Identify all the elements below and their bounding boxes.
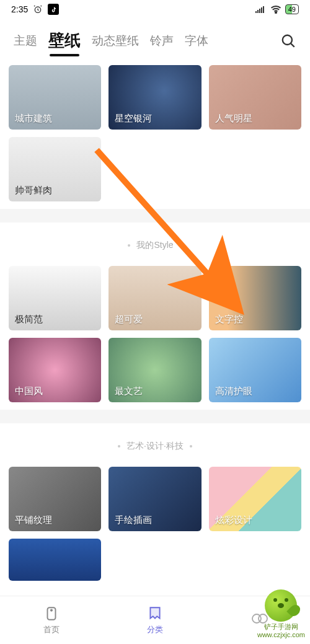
tab-live-wallpaper[interactable]: 动态壁纸 bbox=[92, 33, 139, 49]
svg-rect-2 bbox=[257, 10, 259, 13]
signal-icon bbox=[255, 6, 267, 13]
section-divider bbox=[0, 209, 310, 223]
section-header-art: 艺术·设计·科技 bbox=[0, 423, 310, 467]
section-top-categories: 城市建筑 星空银河 人气明星 帅哥鲜肉 bbox=[0, 65, 310, 201]
battery-indicator: 49 bbox=[285, 4, 299, 14]
svg-point-10 bbox=[51, 609, 52, 611]
tab-wallpaper[interactable]: 壁纸 bbox=[48, 30, 81, 51]
nav-home[interactable]: 首页 bbox=[0, 596, 104, 644]
svg-point-6 bbox=[275, 12, 277, 13]
section-my-style: 极简范 超可爱 文字控 中国风 最文艺 高清护眼 bbox=[0, 266, 310, 402]
status-time: 2:35 bbox=[11, 4, 28, 14]
card-texture[interactable]: 平铺纹理 bbox=[9, 467, 101, 531]
section-header-style: 我的Style bbox=[0, 223, 310, 266]
alarm-icon bbox=[33, 4, 43, 14]
search-button[interactable] bbox=[280, 33, 296, 49]
card-chinese[interactable]: 中国风 bbox=[9, 338, 101, 402]
tab-theme[interactable]: 主题 bbox=[14, 33, 37, 49]
card-text[interactable]: 文字控 bbox=[209, 266, 301, 330]
home-icon bbox=[43, 606, 60, 622]
tab-ringtone[interactable]: 铃声 bbox=[150, 33, 174, 49]
svg-rect-1 bbox=[255, 11, 257, 13]
wifi-icon bbox=[270, 5, 281, 14]
svg-rect-5 bbox=[263, 6, 264, 13]
card-artistic[interactable]: 最文艺 bbox=[108, 338, 201, 402]
status-right: 49 bbox=[255, 4, 299, 14]
status-left: 2:35 bbox=[11, 4, 59, 15]
card-colorful[interactable]: 炫彩设计 bbox=[209, 467, 301, 531]
watermark-logo: 铲子手游网 www.czjxjc.com bbox=[257, 589, 305, 639]
card-handsome[interactable]: 帅哥鲜肉 bbox=[9, 137, 101, 201]
svg-rect-4 bbox=[261, 7, 262, 13]
card-galaxy[interactable]: 星空银河 bbox=[108, 65, 201, 130]
card-celebrity[interactable]: 人气明星 bbox=[209, 65, 301, 130]
tiktok-icon bbox=[48, 4, 59, 15]
status-bar: 2:35 49 bbox=[0, 0, 310, 19]
tab-font[interactable]: 字体 bbox=[185, 33, 208, 49]
svg-rect-3 bbox=[259, 9, 260, 13]
section-divider-2 bbox=[0, 410, 310, 423]
card-cute[interactable]: 超可爱 bbox=[108, 266, 201, 330]
card-illustration[interactable]: 手绘插画 bbox=[108, 467, 201, 531]
section-art-design: 平铺纹理 手绘插画 炫彩设计 bbox=[0, 467, 310, 581]
svg-point-7 bbox=[283, 35, 292, 44]
top-tabs: 主题 壁纸 动态壁纸 铃声 字体 bbox=[0, 19, 310, 56]
card-hd[interactable]: 高清护眼 bbox=[209, 338, 301, 402]
card-city[interactable]: 城市建筑 bbox=[9, 65, 101, 130]
card-partial[interactable] bbox=[9, 539, 101, 581]
nav-category[interactable]: 分类 bbox=[104, 596, 207, 644]
category-icon bbox=[147, 606, 163, 622]
card-minimal[interactable]: 极简范 bbox=[9, 266, 101, 330]
